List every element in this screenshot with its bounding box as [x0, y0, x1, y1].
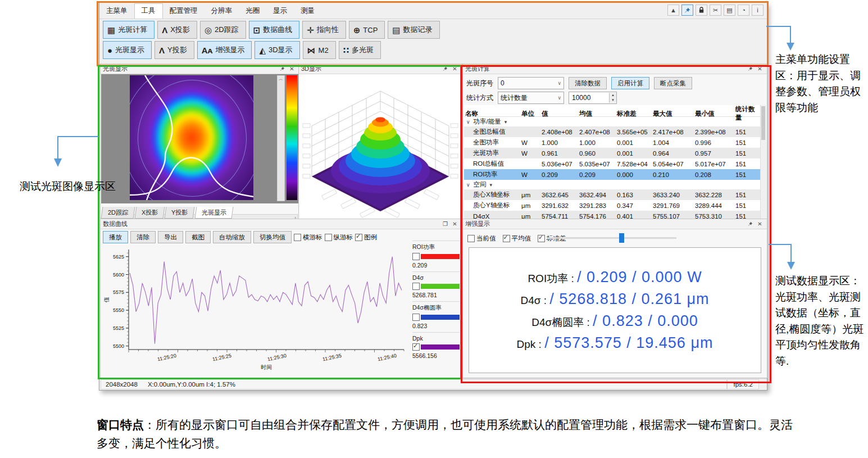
collapse-icon[interactable]: ▲: [667, 4, 679, 16]
data-curve-chart[interactable]: 55005525555055755600562511:25:2011:25:25…: [102, 245, 411, 375]
table-row[interactable]: 质心Y轴坐标μm3291.6323291.2830.3473291.769328…: [464, 200, 760, 211]
m2-button[interactable]: ⋈M2: [303, 41, 336, 59]
curve-button-2[interactable]: 导出: [158, 231, 183, 243]
table-scrollbar[interactable]: [760, 105, 766, 219]
calc-button-0[interactable]: 清除数据: [569, 77, 607, 89]
column-header: 统计数量: [734, 105, 760, 122]
menu-tab-1[interactable]: 工具: [134, 3, 163, 19]
table-group-row[interactable]: ∨空间▾: [464, 180, 760, 189]
spot-tab-2[interactable]: Y投影: [165, 207, 195, 219]
tcp-globe-button[interactable]: ⊕TCP: [349, 21, 385, 39]
vertical-scrollbar[interactable]: ︿: [277, 75, 285, 201]
svg-text:11:25:30: 11:25:30: [267, 353, 287, 362]
pin-icon[interactable]: [278, 65, 287, 73]
restore-icon[interactable]: ❐: [440, 220, 450, 228]
enhanced-checkbox-0[interactable]: 当前值: [467, 234, 496, 243]
checkbox-icon[interactable]: [538, 235, 545, 242]
table-row[interactable]: 光斑功率W0.9610.9600.0010.9640.957151: [464, 148, 760, 158]
legend-value: 5566.156: [412, 352, 460, 359]
legend-color-swatch: [421, 254, 460, 259]
curve-button-3[interactable]: 截图: [185, 231, 211, 243]
table-cell: 151: [734, 171, 760, 178]
beam-image[interactable]: [130, 75, 253, 200]
curve-button-0[interactable]: 播放: [103, 231, 128, 243]
pin-icon[interactable]: [440, 65, 450, 73]
display-size-slider[interactable]: [547, 237, 676, 239]
legend-checkbox[interactable]: [412, 283, 420, 290]
close-icon[interactable]: ✕: [755, 65, 765, 73]
enhanced-value: / 5573.575 / 19.456 μm: [544, 334, 713, 351]
lock-icon[interactable]: [696, 4, 707, 16]
slider-handle[interactable]: [619, 233, 624, 243]
table-cell: 0.209: [540, 171, 578, 178]
info-icon[interactable]: i: [752, 4, 764, 16]
table-row[interactable]: ROI总幅值5.036e+075.035e+077.528e+045.054e+…: [464, 158, 760, 169]
checkbox-icon[interactable]: [325, 234, 332, 241]
display-3d-button[interactable]: ◭3D显示: [255, 41, 299, 59]
table-row[interactable]: 质心X轴坐标μm3632.6453632.4940.1633633.240363…: [464, 189, 760, 200]
pin-icon[interactable]: [746, 220, 755, 228]
stat-count-spinner[interactable]: 10000 ▲▼: [569, 92, 617, 104]
pointing-button[interactable]: ✛指向性: [302, 21, 346, 39]
curve-button-4[interactable]: 自动缩放: [213, 231, 251, 243]
close-icon[interactable]: ✕: [287, 65, 297, 73]
menu-tab-0[interactable]: 主菜单: [99, 4, 134, 19]
multi-spot-button[interactable]: ∷多光斑: [339, 41, 381, 59]
spot-tab-1[interactable]: X投影: [135, 207, 165, 219]
pin-icon[interactable]: [746, 65, 755, 73]
enhanced-display-button[interactable]: Aᴀ增强显示: [197, 41, 252, 59]
legend-checkbox[interactable]: [412, 253, 420, 260]
spot-display-button[interactable]: ●光斑显示: [103, 41, 152, 59]
enhanced-checkbox-1[interactable]: 平均值: [503, 234, 531, 243]
table-row[interactable]: 全图功率W1.0001.0000.0011.0040.996151: [464, 137, 760, 148]
curve-button-5[interactable]: 切换均值: [253, 231, 292, 243]
clock-icon[interactable]: ◔: [738, 4, 749, 16]
calc-button-1[interactable]: 启用计算: [611, 77, 649, 89]
scissors-icon[interactable]: ✂: [710, 4, 721, 16]
stat-mode-select[interactable]: 统计数量∨: [498, 92, 564, 104]
menu-tab-4[interactable]: 光圈: [239, 4, 266, 19]
data-record-button[interactable]: ▤数据记录: [388, 21, 439, 39]
table-cell: 0.001: [616, 139, 652, 146]
close-icon[interactable]: ✕: [450, 220, 460, 228]
legend-checkbox[interactable]: [412, 314, 420, 321]
curve-button-1[interactable]: 清除: [130, 231, 156, 243]
status-info: 2048x2048 X:0.00um,Y:0.00um I:4; 1.57%: [101, 379, 727, 389]
curve-checkbox-2[interactable]: 图例: [355, 233, 377, 242]
document-icon[interactable]: ▤: [724, 4, 735, 16]
spot-tab-label: 光斑显示: [202, 208, 226, 217]
menu-tab-5[interactable]: 显示: [266, 4, 294, 19]
close-icon[interactable]: ✕: [755, 220, 765, 228]
toolbar-button-label: 数据记录: [403, 25, 433, 35]
tracking-2d-button[interactable]: ◎2D跟踪: [200, 21, 246, 39]
spot-tab-3[interactable]: 光斑显示: [194, 207, 233, 219]
table-group-row[interactable]: ∨功率/能量▾: [464, 117, 760, 126]
menu-tab-3[interactable]: 分辨率: [204, 4, 239, 19]
table-row[interactable]: 全图总幅值2.408e+082.407e+083.565e+052.417e+0…: [464, 126, 760, 137]
pin-icon[interactable]: [681, 4, 693, 16]
menu-tab-6[interactable]: 测量: [294, 4, 321, 19]
table-cell: 质心X轴坐标: [464, 191, 520, 199]
data-curve-button[interactable]: ⊡数据曲线: [249, 21, 300, 39]
checkbox-icon[interactable]: [467, 235, 475, 242]
calc-button-2[interactable]: 断点采集: [654, 77, 692, 89]
checkbox-icon[interactable]: [294, 234, 301, 241]
checkbox-icon[interactable]: [355, 234, 362, 241]
legend-checkbox[interactable]: [412, 343, 420, 351]
spot-seq-select[interactable]: 0∨: [498, 77, 564, 89]
curve-checkbox-0[interactable]: 横游标: [294, 233, 322, 242]
table-row[interactable]: ROI功率W0.2090.2090.0000.2100.208151: [464, 169, 760, 180]
curve-checkbox-1[interactable]: 纵游标: [325, 233, 353, 242]
table-cell: 3632.228: [694, 192, 734, 198]
table-row[interactable]: D4σXμm5754.7115754.1760.4015755.1075753.…: [464, 211, 760, 219]
surface-3d-plot[interactable]: [299, 74, 461, 219]
close-icon[interactable]: ✕: [450, 65, 460, 73]
x-projection-button[interactable]: ΛX投影: [157, 21, 197, 39]
checkbox-icon[interactable]: [503, 235, 510, 242]
table-cell: ROI总幅值: [464, 160, 520, 168]
spot-display-titlebar: 光斑显示 ✕: [101, 64, 299, 74]
spot-calc-button[interactable]: ▦光斑计算: [103, 21, 154, 39]
menu-tab-2[interactable]: 配置管理: [163, 4, 204, 19]
spot-tab-0[interactable]: 2D跟踪: [101, 207, 135, 219]
y-projection-button[interactable]: ΛY投影: [154, 41, 194, 59]
